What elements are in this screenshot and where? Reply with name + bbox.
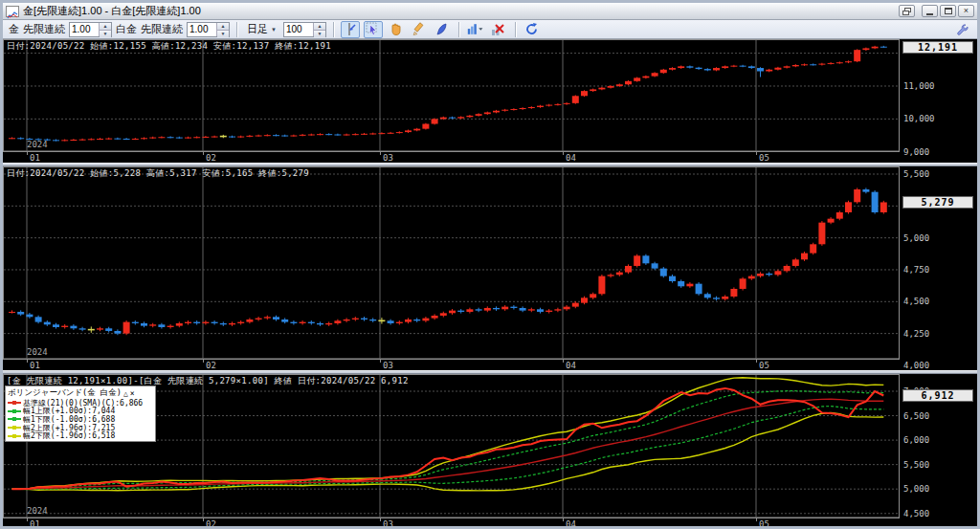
y-axis-tick-label: 4,250 (903, 329, 929, 339)
legend-item: 幅2下限(-1.96σ):6,518 (8, 431, 153, 440)
y-axis-tick-label: 9,000 (903, 147, 929, 157)
toolbar-separator (333, 22, 334, 37)
toolbar-separator (515, 22, 516, 37)
instrument2-multiplier-input[interactable] (188, 23, 216, 36)
minimize-button[interactable] (922, 5, 938, 17)
gold-current-price-badge: 12,191 (902, 41, 973, 54)
spin-up-icon[interactable]: ▲ (100, 23, 111, 30)
select-arrow-icon (366, 22, 380, 36)
spread-current-value-badge: 6,912 (902, 389, 973, 402)
x-axis-month-label: 01 (30, 519, 40, 526)
refresh-icon (524, 22, 539, 36)
delete-chart-icon (491, 22, 505, 36)
instrument1-multiplier-spinner[interactable]: ▲▼ (69, 22, 112, 37)
y-axis-tick-label: 4,500 (903, 297, 929, 306)
chevron-down-icon: ▼ (271, 27, 277, 33)
period-dropdown[interactable]: 日足▼ (244, 21, 279, 37)
x-axis-month-label: 03 (383, 519, 393, 526)
delete-indicator-button[interactable] (489, 21, 508, 38)
gold-price-axis: 11,00010,0009,000 (900, 39, 977, 163)
year-label: 2024 (27, 347, 48, 357)
pencil-tool-button[interactable] (410, 21, 429, 38)
bar-chart-icon (467, 22, 484, 36)
x-axis-month-label: 04 (566, 153, 576, 163)
y-axis-tick-label: 4,000 (903, 361, 929, 370)
spin-down-icon[interactable]: ▼ (217, 30, 229, 37)
x-axis-month-label: 02 (206, 153, 216, 163)
y-axis-tick-label: 6,500 (903, 411, 929, 421)
x-axis-month-label: 01 (30, 153, 40, 163)
spin-down-icon[interactable]: ▼ (314, 30, 325, 37)
close-button[interactable]: × (958, 5, 974, 17)
legend-collapse-icon[interactable]: △ (123, 389, 128, 398)
trendline-icon (343, 22, 357, 36)
y-axis-tick-label: 4,500 (903, 509, 929, 518)
x-axis-month-label: 05 (759, 153, 769, 163)
maximize-button[interactable] (940, 5, 956, 17)
toolbar-separator (458, 22, 459, 37)
chart-window: 金[先限連続]1.00 - 白金[先限連続]1.00 × 金 先限連続 ▲▼ 白… (0, 0, 980, 529)
hand-tool-button[interactable] (387, 21, 406, 38)
instrument1-series-label: 先限連続 (23, 22, 65, 36)
x-axis-month-label: 02 (206, 519, 216, 526)
gold-ohlc-readout: 日付:2024/05/22 始値:12,155 高値:12,234 安値:12,… (7, 40, 331, 53)
select-tool-button[interactable] (364, 21, 383, 38)
x-axis-month-label: 03 (383, 153, 393, 163)
panel-divider[interactable] (3, 370, 977, 374)
y-axis-tick-label: 10,000 (903, 114, 935, 123)
settings-wrench-button[interactable] (952, 21, 971, 38)
bollinger-legend[interactable]: ボリンジャーバンド(金 白金) △ × 基準線(21)(0)(SMA)(C):6… (5, 386, 156, 442)
spin-up-icon[interactable]: ▲ (217, 23, 229, 30)
candlestick-plot[interactable] (3, 39, 977, 526)
y-axis-tick-label: 11,000 (903, 81, 935, 91)
pencil-icon (412, 22, 426, 36)
bar-count-spinner[interactable]: ▲▼ (283, 22, 326, 37)
instrument2-multiplier-spinner[interactable]: ▲▼ (187, 22, 230, 37)
legend-item-label: 幅2下限(-1.96σ):6,518 (23, 430, 115, 441)
chart-type-dropdown-button[interactable] (466, 21, 485, 38)
y-axis-tick-label: 4,750 (903, 265, 929, 275)
legend-color-marker (8, 410, 21, 412)
float-window-button[interactable] (899, 5, 915, 17)
trendline-tool-button[interactable] (341, 21, 360, 38)
x-axis-month-label: 05 (759, 519, 769, 526)
x-axis-month-label: 05 (759, 361, 769, 370)
instrument1-label: 金 (9, 22, 19, 36)
y-axis-tick-label: 5,500 (903, 169, 929, 179)
legend-color-marker (8, 435, 21, 437)
x-axis-month-label: 01 (30, 361, 40, 370)
gold-time-axis: 0102030405 (3, 151, 900, 163)
spin-up-icon[interactable]: ▲ (314, 23, 325, 30)
chart-canvas[interactable]: 日付:2024/05/22 始値:12,155 高値:12,234 安値:12,… (3, 39, 977, 526)
refresh-button[interactable] (523, 21, 542, 38)
quill-tool-button[interactable] (433, 21, 452, 38)
window-title: 金[先限連続]1.00 - 白金[先限連続]1.00 (23, 4, 201, 18)
y-axis-tick-label: 5,000 (903, 233, 929, 243)
platinum-current-price-badge: 5,279 (902, 196, 973, 209)
instrument2-label: 白金 (116, 22, 137, 36)
quill-icon (434, 22, 449, 36)
instrument1-multiplier-input[interactable] (70, 23, 99, 36)
legend-color-marker (8, 402, 21, 404)
spin-down-icon[interactable]: ▼ (100, 30, 111, 37)
instrument2-series-label: 先限連続 (141, 22, 183, 36)
app-chart-icon (6, 6, 19, 17)
panel-divider[interactable] (3, 163, 977, 166)
spread-time-axis: 0102030405 (3, 518, 900, 526)
toolbar-separator (236, 22, 237, 37)
wrench-icon (955, 23, 969, 36)
x-axis-month-label: 02 (206, 361, 216, 370)
x-axis-month-label: 03 (383, 361, 393, 370)
year-label: 2024 (27, 140, 48, 149)
platinum-ohlc-readout: 日付:2024/05/22 始値:5,228 高値:5,317 安値:5,165… (7, 167, 309, 180)
y-axis-tick-label: 6,000 (903, 435, 929, 445)
y-axis-tick-label: 5,000 (903, 484, 929, 494)
legend-close-icon[interactable]: × (130, 389, 135, 398)
y-axis-tick-label: 5,500 (903, 460, 929, 470)
title-bar[interactable]: 金[先限連続]1.00 - 白金[先限連続]1.00 × (3, 3, 977, 20)
legend-color-marker (8, 427, 21, 429)
bar-count-input[interactable] (284, 23, 313, 36)
x-axis-month-label: 04 (566, 361, 576, 370)
year-label: 2024 (27, 506, 48, 516)
hand-icon (389, 22, 403, 36)
